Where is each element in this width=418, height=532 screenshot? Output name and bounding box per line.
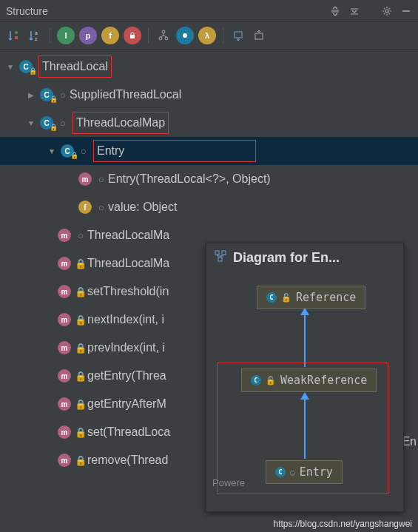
class-icon: C🔒	[37, 88, 56, 101]
sort-alpha-icon[interactable]: az	[27, 27, 43, 44]
diagram-title: Diagram for En...	[233, 250, 340, 266]
tree-label: SuppliedThreadLocal	[70, 88, 181, 101]
arrow-head-icon	[300, 308, 309, 315]
tree-label: Entry(ThreadLocal<?>, Object)	[108, 172, 271, 186]
svg-rect-10	[235, 32, 242, 38]
arrow-head-icon	[300, 392, 309, 400]
tree-label-redbox: ThreadLocalMap	[73, 112, 169, 134]
method-icon: m	[55, 397, 74, 411]
tree-label: ThreadLocal	[42, 60, 108, 73]
tree-node-entry[interactable]: ▼ C🔒 ○ Entry	[0, 137, 418, 165]
tree-label-redbox: Entry	[93, 140, 256, 162]
chevron-down-icon[interactable]: ▼	[4, 63, 16, 71]
circle-icon[interactable]	[176, 27, 194, 44]
visibility-icon: 🔓	[281, 293, 291, 303]
filter-toolbar: az I p f λ	[0, 22, 418, 50]
node-label: Entry	[300, 465, 333, 479]
tree-label: getEntry(Threa	[87, 369, 166, 383]
visibility-locked-icon: 🔒	[74, 343, 87, 354]
tree-label: set(ThreadLoca	[87, 425, 170, 439]
svg-point-9	[183, 33, 187, 38]
method-icon: m	[55, 313, 74, 326]
minimize-icon[interactable]	[400, 5, 412, 17]
svg-point-0	[385, 10, 388, 13]
tree-label: getEntryAfterM	[87, 397, 166, 411]
tree-node-threadlocalmap[interactable]: ▼ C🔒 ○ ThreadLocalMap	[0, 109, 418, 137]
toolbar-separator	[50, 28, 50, 43]
visibility-locked-icon: 🔒	[74, 399, 87, 410]
tree-node-threadlocal[interactable]: ▼ C🔒 ThreadLocal	[0, 53, 418, 81]
svg-point-7	[159, 37, 162, 40]
visibility-icon: 🔓	[266, 376, 276, 385]
visibility-locked-icon: 🔒	[74, 314, 87, 326]
powered-label: Powere	[212, 477, 245, 488]
visibility-open-icon: ○	[77, 146, 90, 157]
tree-label: value: Object	[108, 201, 177, 214]
svg-point-6	[162, 30, 165, 33]
visibility-icon: ○	[290, 468, 295, 477]
visibility-locked-icon: 🔒	[74, 427, 87, 438]
class-icon: C	[251, 375, 261, 385]
class-icon: C🔒	[16, 60, 36, 73]
tree-node-supplied[interactable]: ▶ C🔒 ○ SuppliedThreadLocal	[0, 81, 418, 109]
truncated-text: En	[402, 435, 417, 448]
properties-icon[interactable]: p	[79, 27, 97, 44]
tree-label: ThreadLocalMa	[87, 229, 169, 242]
autoscroll-from-icon[interactable]	[251, 27, 267, 44]
method-icon: m	[75, 172, 95, 186]
diagram-canvas[interactable]: C 🔓 Reference C 🔓 WeakReference C ○ Entr…	[206, 272, 403, 509]
method-icon: m	[55, 229, 74, 242]
arrow-line	[304, 400, 306, 459]
lambda-icon[interactable]: λ	[198, 27, 216, 44]
arrow-line	[304, 315, 306, 367]
method-icon: m	[55, 257, 74, 270]
tree-label: nextIndex(int, i	[87, 313, 164, 326]
field-icon: f	[75, 201, 95, 214]
svg-point-1	[15, 31, 18, 34]
tree-label: prevIndex(int, i	[87, 341, 165, 354]
chevron-right-icon[interactable]: ▶	[25, 91, 37, 99]
svg-rect-2	[15, 36, 18, 39]
collapse-all-icon[interactable]	[348, 5, 360, 17]
node-label: Reference	[296, 291, 356, 304]
diagram-popup: Diagram for En... C 🔓 Reference C 🔓 Weak…	[206, 243, 404, 512]
method-icon: m	[55, 341, 74, 354]
chevron-down-icon[interactable]: ▼	[46, 147, 58, 155]
gear-icon[interactable]	[381, 5, 393, 17]
svg-text:z: z	[35, 36, 38, 41]
tree-label: remove(Thread	[87, 454, 168, 467]
hierarchy-icon[interactable]	[155, 27, 172, 44]
svg-rect-13	[222, 251, 226, 255]
inherited-icon[interactable]: I	[57, 27, 75, 44]
visibility-open-icon: ○	[95, 174, 108, 185]
svg-point-8	[165, 37, 168, 40]
lock-icon[interactable]	[124, 27, 141, 44]
method-icon: m	[55, 425, 74, 439]
tree-node[interactable]: f ○ value: Object	[0, 193, 418, 221]
diagram-node-reference[interactable]: C 🔓 Reference	[257, 286, 365, 309]
diagram-node-entry[interactable]: C ○ Entry	[266, 460, 343, 484]
visibility-locked-icon: 🔒	[74, 286, 87, 297]
expand-all-icon[interactable]	[329, 5, 341, 17]
svg-text:a: a	[35, 30, 38, 36]
visibility-open-icon: ○	[95, 202, 108, 213]
chevron-down-icon[interactable]: ▼	[25, 119, 37, 127]
method-icon: m	[55, 285, 74, 298]
sort-visibility-icon[interactable]	[6, 27, 22, 44]
class-icon: C🔒	[58, 144, 77, 158]
header-actions	[329, 5, 412, 17]
diagram-node-weakreference[interactable]: C 🔓 WeakReference	[241, 368, 377, 392]
panel-header: Structure	[0, 0, 418, 22]
method-icon: m	[55, 369, 74, 383]
diagram-icon	[214, 249, 227, 266]
svg-rect-5	[130, 35, 135, 38]
class-icon: C	[266, 292, 277, 303]
tree-label: Entry	[97, 144, 124, 158]
autoscroll-source-icon[interactable]	[230, 27, 246, 44]
tree-label: setThreshold(in	[87, 285, 169, 298]
tree-node[interactable]: m ○ Entry(ThreadLocal<?>, Object)	[0, 165, 418, 193]
method-icon: m	[55, 454, 74, 467]
svg-rect-11	[255, 33, 263, 39]
fields-icon[interactable]: f	[101, 27, 119, 44]
diagram-header: Diagram for En...	[206, 243, 403, 272]
